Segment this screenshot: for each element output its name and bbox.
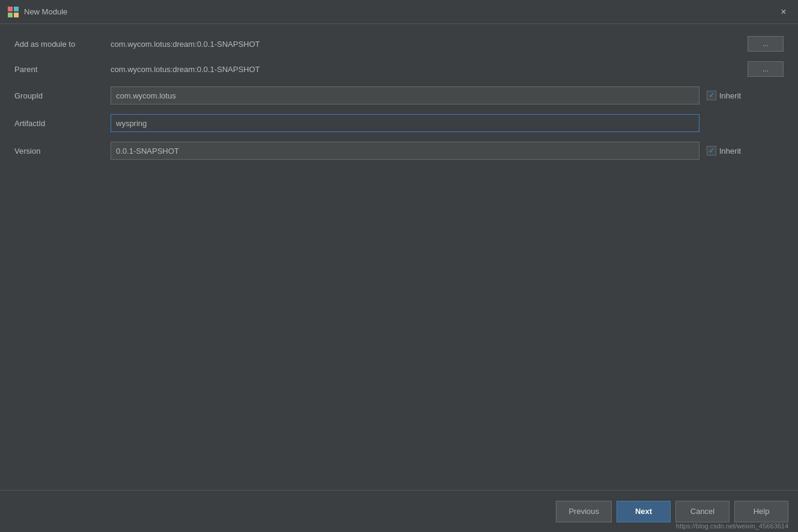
group-id-inherit-group: Inherit [707,91,741,100]
footer: Previous Next Cancel Help https://blog.c… [0,490,798,532]
footer-url: https://blog.csdn.net/weixin_45663614 [676,522,788,530]
previous-button[interactable]: Previous [556,501,612,522]
close-button[interactable]: × [776,5,791,19]
group-id-inherit-label: Inherit [719,91,741,100]
group-id-input[interactable] [111,86,699,104]
version-inherit-checkbox[interactable] [707,146,716,156]
artifact-id-row: ArtifactId [14,114,784,132]
parent-value: com.wycom.lotus:dream:0.0.1-SNAPSHOT [111,65,742,74]
version-inherit-label: Inherit [719,147,741,156]
artifact-id-input[interactable] [111,114,699,132]
title-bar: New Module × [0,0,798,24]
add-as-module-row: Add as module to com.wycom.lotus:dream:0… [14,36,784,52]
group-id-row: GroupId Inherit [14,86,784,104]
version-inherit-group: Inherit [707,146,741,156]
group-id-label: GroupId [14,91,111,100]
parent-label: Parent [14,65,111,74]
window-title: New Module [24,7,776,16]
version-label: Version [14,147,111,156]
parent-row: Parent com.wycom.lotus:dream:0.0.1-SNAPS… [14,61,784,77]
form-content: Add as module to com.wycom.lotus:dream:0… [0,24,798,490]
version-input[interactable] [111,142,699,160]
svg-rect-1 [14,7,19,11]
artifact-id-label: ArtifactId [14,119,111,128]
svg-rect-0 [8,7,13,11]
svg-rect-3 [14,13,19,17]
cancel-button[interactable]: Cancel [675,501,729,522]
parent-button[interactable]: ... [748,61,784,77]
group-id-inherit-checkbox[interactable] [707,91,716,100]
app-icon [7,6,19,18]
add-as-module-value: com.wycom.lotus:dream:0.0.1-SNAPSHOT [111,40,742,49]
next-button[interactable]: Next [617,501,671,522]
new-module-window: New Module × Add as module to com.wycom.… [0,0,798,532]
add-as-module-button[interactable]: ... [748,36,784,52]
help-button[interactable]: Help [734,501,788,522]
add-as-module-label: Add as module to [14,40,111,49]
svg-rect-2 [8,13,13,17]
version-row: Version Inherit [14,142,784,160]
